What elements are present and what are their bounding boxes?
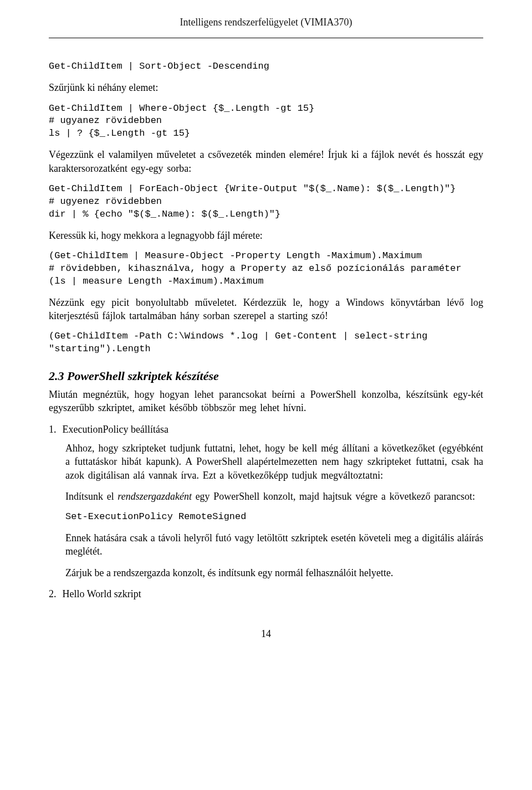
code-block-1: Get-ChildItem | Sort-Object -Descending — [49, 60, 483, 73]
list-item-1-body: Ahhoz, hogy szkripteket tudjunk futtatni… — [65, 442, 483, 579]
item1-p2-em: rendszergazdaként — [117, 491, 192, 502]
list-item-1: 1. ExecutionPolicy beállítása — [49, 423, 483, 436]
header-title: Intelligens rendszerfelügyelet (VIMIA370… — [180, 17, 352, 28]
item1-p3: Ennek hatására csak a távoli helyről fut… — [65, 531, 483, 558]
code-block-5: (Get-ChildItem -Path C:\Windows *.log | … — [49, 330, 483, 356]
item1-p2: Indítsunk el rendszergazdaként egy Power… — [65, 490, 483, 503]
list-title-1: ExecutionPolicy beállítása — [63, 424, 168, 435]
item1-p2b: egy PowerShell konzolt, majd hajtsuk vég… — [192, 491, 475, 502]
paragraph-3: Keressük ki, hogy mekkora a legnagyobb f… — [49, 229, 483, 242]
paragraph-4: Nézzünk egy picit bonyolultabb műveletet… — [49, 296, 483, 323]
page-header: Intelligens rendszerfelügyelet (VIMIA370… — [49, 16, 483, 34]
section-title: PowerShell szkriptek készítése — [67, 369, 219, 383]
header-rule — [49, 38, 483, 38]
list-title-2: Hello World szkript — [63, 588, 141, 599]
item1-code: Set-ExecutionPolicy RemoteSigned — [65, 511, 483, 524]
list-item-2: 2. Hello World szkript — [49, 587, 483, 601]
paragraph-1: Szűrjünk ki néhány elemet: — [49, 81, 483, 94]
code-block-2: Get-ChildItem | Where-Object {$_.Length … — [49, 102, 483, 141]
code-block-3: Get-ChildItem | ForEach-Object {Write-Ou… — [49, 183, 483, 221]
section-heading: 2.3 PowerShell szkriptek készítése — [49, 368, 483, 384]
item1-p2a: Indítsunk el — [65, 491, 117, 502]
item1-p4: Zárjuk be a rendszergazda konzolt, és in… — [65, 566, 483, 579]
section-number: 2.3 — [49, 369, 64, 383]
list-number-1: 1. — [49, 423, 60, 436]
paragraph-5: Miután megnéztük, hogy hogyan lehet para… — [49, 388, 483, 415]
list-number-2: 2. — [49, 587, 60, 601]
page-number: 14 — [49, 627, 483, 640]
paragraph-2: Végezzünk el valamilyen műveletet a csőv… — [49, 148, 483, 175]
code-block-4: (Get-ChildItem | Measure-Object -Propert… — [49, 250, 483, 288]
item1-p1: Ahhoz, hogy szkripteket tudjunk futtatni… — [65, 442, 483, 482]
